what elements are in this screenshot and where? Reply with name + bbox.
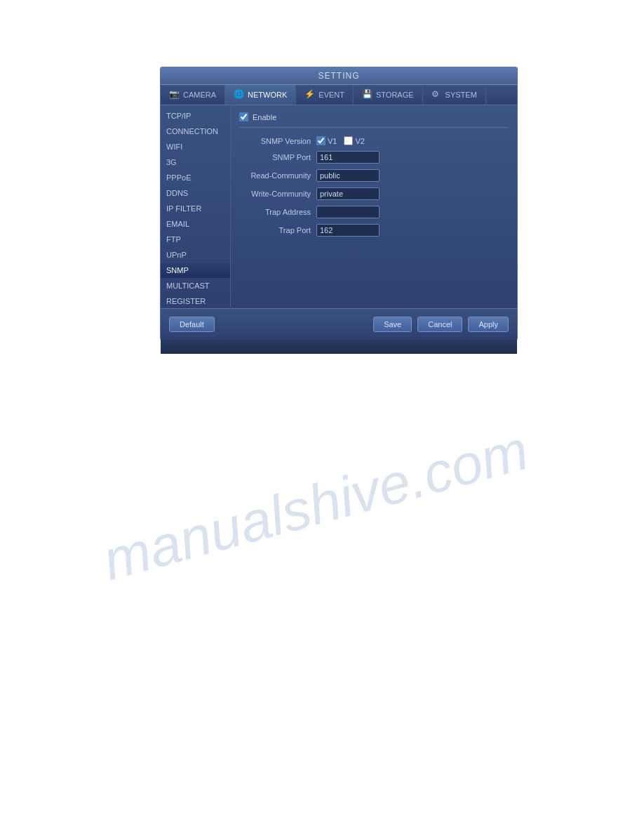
tab-camera[interactable]: CAMERA (161, 85, 225, 105)
tab-network[interactable]: NETWORK (225, 85, 296, 105)
sidebar-item-ftp[interactable]: FTP (161, 232, 230, 247)
v2-group: V2 (344, 136, 364, 145)
sidebar-item-email[interactable]: EMAIL (161, 216, 230, 232)
camera-icon (169, 89, 180, 100)
network-icon (234, 89, 245, 100)
trap-address-row: Trap Address (239, 206, 509, 218)
trap-address-input[interactable] (316, 206, 380, 218)
title-label: SETTING (318, 71, 359, 81)
v1-group: V1 (316, 136, 337, 145)
tab-camera-label: CAMERA (183, 91, 216, 99)
sidebar-item-tcpip[interactable]: TCP/IP (161, 108, 230, 124)
bottom-strip (161, 340, 517, 354)
trap-port-row: Trap Port (239, 224, 509, 237)
snmp-version-row: SNMP Version V1 V2 (239, 136, 509, 145)
read-community-label: Read-Community (239, 171, 316, 180)
sidebar-item-multicast[interactable]: MULTICAST (161, 278, 230, 293)
v2-checkbox[interactable] (344, 136, 353, 145)
sidebar-item-3g[interactable]: 3G (161, 154, 230, 170)
v1-checkbox[interactable] (316, 136, 326, 145)
enable-checkbox[interactable] (239, 112, 248, 121)
main-panel: Enable SNMP Version V1 V2 SN (231, 105, 517, 307)
snmp-port-input[interactable] (316, 151, 380, 164)
bottom-right-buttons: Save Cancel Apply (370, 317, 509, 332)
read-community-row: Read-Community (239, 169, 509, 182)
save-button[interactable]: Save (373, 317, 412, 332)
trap-address-label: Trap Address (239, 208, 316, 216)
system-icon (431, 89, 443, 100)
read-community-input[interactable] (316, 169, 380, 182)
tab-event[interactable]: EVENT (296, 85, 354, 105)
trap-port-input[interactable] (316, 224, 380, 237)
tab-storage[interactable]: STORAGE (354, 85, 423, 105)
trap-port-label: Trap Port (239, 226, 316, 234)
version-checkboxes: V1 V2 (316, 136, 365, 145)
apply-button[interactable]: Apply (468, 317, 509, 332)
sidebar-item-upnp[interactable]: UPnP (161, 247, 230, 263)
tab-system[interactable]: SYSTEM (423, 85, 486, 105)
title-bar: SETTING (161, 67, 517, 85)
storage-icon (362, 89, 373, 100)
sidebar-item-pppoe[interactable]: PPPoE (161, 170, 230, 185)
v2-label: V2 (355, 137, 364, 145)
sidebar-item-register[interactable]: REGISTER (161, 293, 230, 309)
write-community-row: Write-Community (239, 187, 509, 200)
v1-label: V1 (328, 137, 337, 145)
content-area: TCP/IP CONNECTION WIFI 3G PPPoE DDNS IP … (161, 105, 517, 307)
tab-network-label: NETWORK (248, 91, 287, 99)
sidebar: TCP/IP CONNECTION WIFI 3G PPPoE DDNS IP … (161, 105, 231, 307)
tab-bar: CAMERA NETWORK EVENT STORAGE SYSTEM (161, 85, 517, 105)
enable-row: Enable (239, 112, 509, 128)
sidebar-item-ddns[interactable]: DDNS (161, 185, 230, 201)
sidebar-item-ipfilter[interactable]: IP FILTER (161, 201, 230, 216)
cancel-button[interactable]: Cancel (417, 317, 462, 332)
sidebar-item-connection[interactable]: CONNECTION (161, 124, 230, 139)
sidebar-item-wifi[interactable]: WIFI (161, 139, 230, 154)
enable-label: Enable (253, 113, 276, 121)
event-icon (304, 89, 316, 100)
tab-storage-label: STORAGE (376, 91, 414, 99)
write-community-label: Write-Community (239, 190, 316, 198)
default-button[interactable]: Default (169, 317, 215, 332)
bottom-bar: Default Save Cancel Apply (161, 308, 517, 340)
snmp-port-row: SNMP Port (239, 151, 509, 164)
snmp-version-label: SNMP Version (239, 137, 316, 145)
tab-system-label: SYSTEM (445, 91, 477, 99)
tab-event-label: EVENT (318, 91, 344, 99)
settings-window: SETTING CAMERA NETWORK EVENT STORAGE SYS… (160, 67, 518, 340)
snmp-port-label: SNMP Port (239, 153, 316, 161)
sidebar-item-snmp[interactable]: SNMP (161, 263, 230, 278)
write-community-input[interactable] (316, 187, 380, 200)
